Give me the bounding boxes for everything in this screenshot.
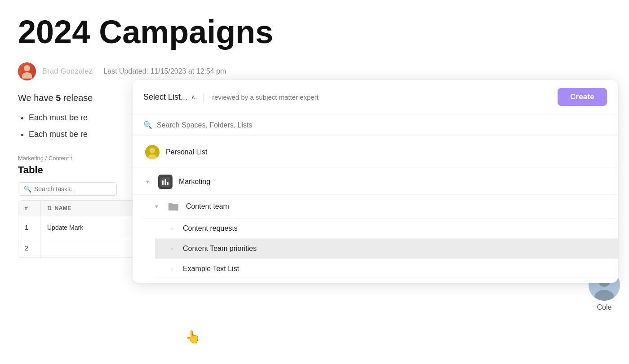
- content-requests-label: Content requests: [183, 224, 238, 232]
- description-bold: 5: [56, 93, 61, 103]
- list-item-example[interactable]: ◦ Example Text List: [155, 259, 618, 279]
- marketing-icon: [158, 175, 173, 189]
- content-team-label: Content team: [186, 202, 229, 211]
- dropdown-search-icon: 🔍: [143, 121, 152, 129]
- svg-point-4: [150, 148, 155, 153]
- description-prefix: We have: [18, 93, 56, 103]
- chevron-up-icon: ∧: [191, 93, 195, 101]
- cell-num-1: 1: [18, 216, 41, 239]
- dropdown-search-wrap[interactable]: 🔍: [133, 114, 618, 136]
- cursor-icon: 👆: [185, 329, 201, 344]
- author-name: Brad Gonzalez: [42, 67, 93, 75]
- list-dot-icon-3: ◦: [168, 264, 177, 273]
- personal-list-label: Personal List: [166, 148, 208, 156]
- select-list-label: Select List...: [143, 92, 187, 102]
- list-item-content-team[interactable]: ▼ Content team: [142, 195, 618, 219]
- search-icon: 🔍: [24, 185, 31, 193]
- dropdown-list: Personal List ▼ Marketing ▼: [133, 136, 618, 283]
- svg-rect-8: [164, 179, 166, 185]
- search-wrap[interactable]: 🔍: [18, 182, 117, 196]
- last-updated: Last Updated: 11/15/2023 at 12:54 pm: [103, 67, 226, 75]
- name-sort-icon: ⇅: [47, 205, 52, 211]
- dropdown-overlay: Select List... ∧ | reviewed by a subject…: [133, 80, 618, 283]
- chevron-marketing: ▼: [145, 179, 150, 184]
- content-team-priorities-label: Content Team priorities: [183, 245, 257, 253]
- list-item-personal[interactable]: Personal List: [133, 140, 618, 165]
- list-item-content-requests[interactable]: ◦ Content requests: [155, 219, 618, 239]
- divider: |: [203, 92, 205, 102]
- reviewed-text: reviewed by a subject matter expert: [212, 93, 552, 101]
- example-list-label: Example Text List: [183, 265, 239, 273]
- cell-num-2: 2: [18, 239, 41, 257]
- marketing-label: Marketing: [179, 178, 210, 186]
- author-row: Brad Gonzalez Last Updated: 11/15/2023 a…: [18, 62, 611, 80]
- list-item-marketing[interactable]: ▼ Marketing: [133, 169, 618, 195]
- dropdown-search-input[interactable]: [157, 121, 607, 129]
- svg-rect-9: [167, 182, 168, 185]
- list-dot-icon-1: ◦: [168, 224, 177, 233]
- create-button[interactable]: Create: [558, 88, 607, 106]
- list-item-content-team-priorities[interactable]: ◦ Content Team priorities: [155, 239, 618, 259]
- col-num: #: [18, 201, 41, 216]
- search-input[interactable]: [34, 185, 106, 193]
- select-list-button[interactable]: Select List... ∧: [143, 92, 195, 102]
- chevron-content-team: ▼: [154, 204, 159, 209]
- list-dot-icon-2: ◦: [168, 244, 177, 253]
- cole-name: Cole: [597, 303, 612, 311]
- avatar: [18, 62, 36, 80]
- section-divider-1: [133, 167, 618, 167]
- dropdown-top-bar: Select List... ∧ | reviewed by a subject…: [133, 80, 618, 114]
- folder-icon: [167, 200, 180, 213]
- description-suffix: release: [61, 93, 93, 103]
- svg-rect-7: [162, 180, 164, 185]
- page-title: 2024 Campaigns: [18, 14, 611, 50]
- personal-avatar: [145, 145, 159, 159]
